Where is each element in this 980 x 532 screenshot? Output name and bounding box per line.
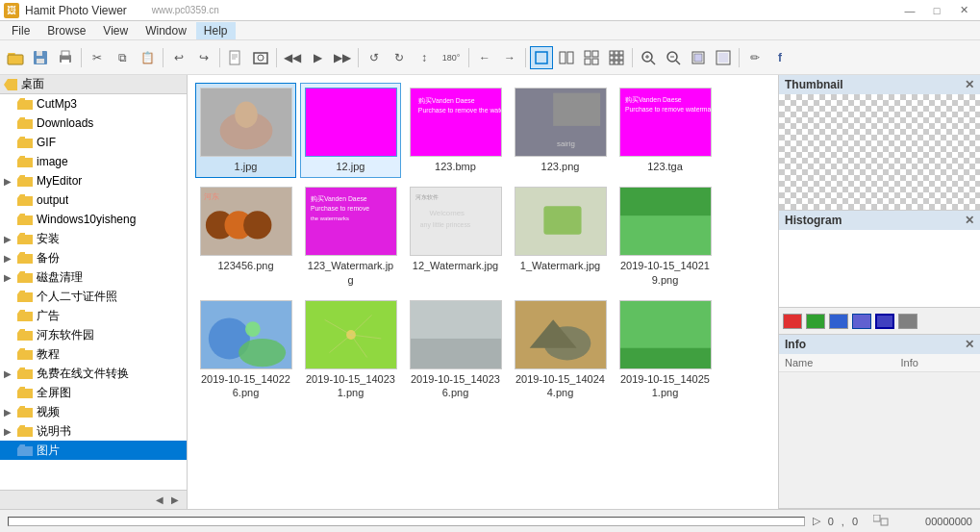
sidebar-item-output[interactable]: output — [0, 190, 187, 210]
maximize-button[interactable]: □ — [924, 2, 949, 19]
sidebar-item-gif[interactable]: GIF — [0, 133, 187, 152]
toolbar-save[interactable] — [29, 46, 52, 69]
thumb-label: 123_Watermark.jpg — [305, 259, 396, 287]
thumb-123bmp[interactable]: 购买Vanden DaesePurchase to remove the wat… — [405, 83, 506, 178]
panel-thumbnail-header[interactable]: Thumbnail ✕ — [779, 75, 980, 94]
toolbar-play[interactable]: ▶ — [306, 46, 329, 69]
menu-help[interactable]: Help — [196, 22, 236, 39]
toolbar-next[interactable]: ▶▶ — [331, 46, 354, 69]
toolbar-new[interactable] — [224, 46, 247, 69]
thumb-123watermark-jpg[interactable]: 购买Vanden DaesePurchase to removethe wate… — [300, 182, 401, 291]
thumb-20191015-140231[interactable]: 2019-10-15_140231.png — [300, 295, 401, 405]
sidebar-item-hedong[interactable]: 河东软件园 — [0, 325, 187, 344]
sidebar-item-cutmp3[interactable]: CutMp3 — [0, 94, 187, 114]
sidebar-item-manual[interactable]: ▶ 说明书 — [0, 421, 187, 441]
menu-view[interactable]: View — [95, 22, 136, 39]
panel-histogram-header[interactable]: Histogram ✕ — [779, 211, 980, 230]
thumb-12jpg[interactable]: 12.jpg — [300, 83, 401, 178]
thumb-20191015-140244[interactable]: 2019-10-15_140244.png — [510, 295, 611, 405]
toolbar-capture[interactable] — [249, 46, 272, 69]
sidebar-item-myeditor[interactable]: ▶ MyEditor — [0, 171, 187, 190]
toolbar-rotright[interactable]: ↻ — [388, 46, 411, 69]
toolbar-fitwindow[interactable] — [687, 46, 710, 69]
sidebar-item-downloads[interactable]: Downloads — [0, 114, 187, 133]
toolbar-view-9[interactable] — [605, 46, 628, 69]
toolbar-cut[interactable]: ✂ — [86, 46, 109, 69]
svg-marker-42 — [4, 79, 17, 90]
thumb-20191015-140219[interactable]: 2019-10-15_140219.png — [615, 182, 716, 291]
sidebar-item-pictures[interactable]: 图片 — [0, 441, 187, 460]
thumb-label: 123.bmp — [435, 160, 476, 173]
folder-icon — [17, 328, 33, 342]
toolbar-redo[interactable]: ↪ — [192, 46, 215, 69]
toolbar-zoomout[interactable] — [662, 46, 685, 69]
thumb-123456png[interactable]: 河东 123456.png — [195, 182, 296, 291]
sidebar-item-backup[interactable]: ▶ 备份 — [0, 248, 187, 267]
menu-window[interactable]: Window — [138, 22, 194, 39]
thumbnail-panel: Thumbnail ✕ — [779, 75, 980, 211]
toolbar-draw[interactable]: ✏ — [743, 46, 766, 69]
sidebar-item-anzhuang[interactable]: ▶ 安装 — [0, 229, 187, 248]
toolbar-open[interactable] — [4, 46, 27, 69]
thumbnail-grid-container[interactable]: 1.jpg 12.jpg 购买Vanden DaesePurchase to r… — [188, 75, 778, 509]
svg-rect-23 — [615, 51, 618, 55]
scroll-left-icon[interactable]: ◀ — [152, 494, 167, 505]
menu-file[interactable]: File — [4, 22, 38, 39]
panel-thumbnail-close[interactable]: ✕ — [965, 78, 974, 91]
toolbar-paste[interactable]: 📋 — [136, 46, 159, 69]
sidebar-item-idphoto[interactable]: 个人二寸证件照 — [0, 287, 187, 306]
svg-marker-43 — [17, 98, 33, 110]
panel-info-header[interactable]: Info ✕ — [779, 335, 980, 354]
info-table: Name Info — [779, 354, 980, 372]
sidebar-item-tutorial[interactable]: 教程 — [0, 344, 187, 364]
toolbar-prev[interactable]: ◀◀ — [281, 46, 304, 69]
toolbar-flipv[interactable]: ↕ — [413, 46, 436, 69]
toolbar-view-2[interactable] — [555, 46, 578, 69]
channel-all-btn[interactable] — [852, 314, 871, 329]
channel-gray-btn[interactable] — [898, 314, 917, 329]
toolbar-180[interactable]: 180° — [438, 46, 465, 69]
channel-active-btn[interactable] — [875, 314, 894, 329]
thumb-20191015-140226[interactable]: 2019-10-15_140226.png — [195, 295, 296, 405]
svg-line-32 — [651, 61, 655, 64]
toolbar-social[interactable]: f — [768, 46, 792, 69]
toolbar-fitimg[interactable] — [712, 46, 735, 69]
toolbar-print[interactable] — [54, 46, 77, 69]
toolbar-copy[interactable]: ⧉ — [111, 46, 134, 69]
sidebar-item-label: output — [37, 193, 68, 207]
thumb-123png[interactable]: sairig 123.png — [510, 83, 611, 178]
sidebar-item-image[interactable]: image — [0, 152, 187, 171]
sidebar-item-win10[interactable]: Windows10yisheng — [0, 210, 187, 229]
panel-info-close[interactable]: ✕ — [965, 338, 974, 351]
channel-blue-btn[interactable] — [829, 314, 848, 329]
scroll-right-icon[interactable]: ▶ — [167, 494, 183, 505]
toolbar-navleft[interactable]: ← — [473, 46, 496, 69]
sidebar-item-video[interactable]: ▶ 视频 — [0, 402, 187, 421]
thumb-1jpg[interactable]: 1.jpg — [195, 83, 296, 178]
info-col-value: Info — [895, 354, 981, 372]
sidebar-tree: CutMp3 Downloads GIF image ▶ MyEditor — [0, 94, 187, 490]
minimize-button[interactable]: — — [897, 2, 922, 19]
panel-histogram-close[interactable]: ✕ — [965, 214, 974, 227]
channel-red-btn[interactable] — [783, 314, 802, 329]
svg-text:sairig: sairig — [557, 139, 575, 148]
thumb-12watermark-jpg[interactable]: Welcomesany little princess河东软件 12_Water… — [405, 182, 506, 291]
toolbar-zoomin[interactable] — [637, 46, 660, 69]
sidebar-item-convert[interactable]: ▶ 免费在线文件转换 — [0, 364, 187, 383]
toolbar-undo[interactable]: ↩ — [167, 46, 190, 69]
sidebar-item-fullscreen[interactable]: 全屏图 — [0, 383, 187, 402]
sidebar-item-label: 说明书 — [37, 423, 71, 440]
thumb-20191015-140236[interactable]: 2019-10-15_140236.png — [405, 295, 506, 405]
toolbar-view-single[interactable] — [530, 46, 553, 69]
channel-green-btn[interactable] — [806, 314, 825, 329]
close-button[interactable]: ✕ — [951, 2, 976, 19]
menu-browse[interactable]: Browse — [39, 22, 93, 39]
toolbar-rotleft[interactable]: ↺ — [363, 46, 386, 69]
thumb-1watermark-jpg[interactable]: 1_Watermark.jpg — [510, 182, 611, 291]
toolbar-navright[interactable]: → — [498, 46, 521, 69]
toolbar-view-4[interactable] — [580, 46, 603, 69]
sidebar-item-diskclean[interactable]: ▶ 磁盘清理 — [0, 267, 187, 287]
thumb-123tga[interactable]: 购买Vanden DaesePurchase to remove waterma… — [615, 83, 716, 178]
thumb-20191015-140251[interactable]: 2019-10-15_140251.png — [615, 295, 716, 405]
sidebar-item-ad[interactable]: 广告 — [0, 306, 187, 325]
